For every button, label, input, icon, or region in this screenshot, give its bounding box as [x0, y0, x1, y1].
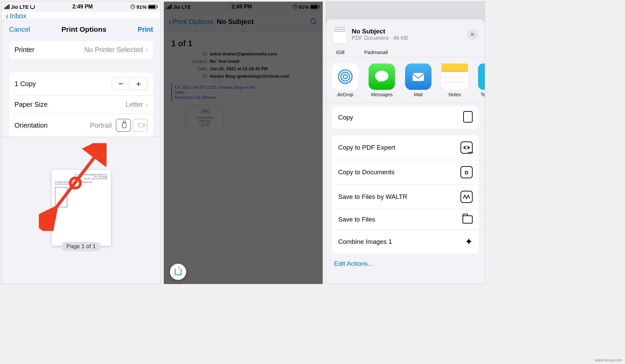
paper-size-row[interactable]: Paper Size Letter ›: [9, 96, 153, 113]
person-icon: [122, 123, 126, 128]
action-waltr[interactable]: Save to Files by WALTR: [332, 184, 479, 209]
print-options-modal: Cancel Print Options Print Printer No Pr…: [2, 19, 160, 284]
modal-header: Cancel Print Options Print: [2, 19, 160, 41]
source-watermark: www.deuaq.com: [595, 358, 622, 362]
action-label: Save to Files: [338, 216, 375, 223]
portrait-button[interactable]: ↑: [116, 119, 131, 132]
svg-point-13: [465, 146, 468, 149]
documents-app-icon: D: [460, 166, 473, 178]
action-label: Copy to PDF Expert: [338, 144, 395, 151]
copies-label: 1 Copy: [15, 80, 36, 88]
cancel-button[interactable]: Cancel: [9, 26, 30, 33]
action-save-files[interactable]: Save to Files: [332, 209, 479, 230]
quoted-reply: On 2021-06-25 12:10, iGeeks Blog wrote: …: [171, 83, 259, 101]
copy-action[interactable]: Copy: [332, 106, 479, 129]
orientation-segmented[interactable]: ↑ ↑: [116, 119, 148, 132]
printer-card[interactable]: Printer No Printer Selected ›: [9, 41, 153, 59]
network-label: LTE: [20, 4, 29, 10]
mail-nav-peek: ‹ Inbox: [2, 12, 160, 19]
share-notes[interactable]: Notes: [442, 63, 468, 97]
app-icon: [478, 63, 485, 90]
action-label: Combine Images 1: [338, 238, 392, 245]
orientation-value: Portrait: [90, 122, 112, 129]
attachment-box: .scr Forwarding-PDF.scr 22 KB: [186, 105, 224, 131]
action-combine-images[interactable]: Combine Images 1 ✦: [332, 230, 479, 253]
chevron-left-icon: ‹: [169, 18, 171, 26]
folder-icon: [462, 215, 473, 224]
email-headers: To:ankur.thakur@igeeksmedia.com Subject:…: [171, 50, 315, 80]
rotation-lock-icon: [293, 4, 297, 9]
clock-time: 2:49 PM: [231, 4, 252, 10]
battery-icon: [148, 5, 158, 9]
pdf-page-content[interactable]: 1 of 1 To:ankur.thakur@igeeksmedia.com S…: [164, 31, 323, 284]
page-counter: 1 of 1: [171, 39, 315, 48]
svg-rect-8: [412, 73, 424, 81]
orientation-row: Orientation Portrait ↑ ↑: [9, 114, 153, 137]
screen-share-sheet: Jio LTE 2:49 PM 91% No Subject PDF Docum…: [326, 1, 485, 284]
print-preview[interactable]: To: ankur.thakur@igeeksmedia.com Re: Tes…: [2, 137, 160, 284]
battery-percent: 91%: [136, 4, 147, 10]
chevron-right-icon: ›: [146, 46, 148, 53]
share-mail[interactable]: Mail: [405, 63, 431, 97]
contact-item[interactable]: iGB: [336, 49, 345, 55]
status-bar: Jio LTE 2:49 PM 91%: [2, 2, 160, 12]
svg-point-4: [343, 75, 347, 79]
contact-item[interactable]: Padmasali: [364, 49, 388, 55]
plus-button[interactable]: ＋: [130, 78, 147, 90]
minus-button[interactable]: −: [112, 78, 130, 90]
share-button[interactable]: ↑: [170, 264, 186, 280]
search-icon[interactable]: [310, 18, 318, 26]
print-settings-card: 1 Copy − ＋ Paper Size Letter › Orientati…: [9, 72, 153, 137]
share-airdrop[interactable]: AirDrop: [332, 63, 358, 97]
paper-size-value: Letter: [126, 101, 143, 108]
airdrop-icon: [332, 63, 358, 90]
printer-label: Printer: [15, 46, 34, 54]
modal-title: Print Options: [61, 25, 106, 33]
messages-icon: [369, 63, 395, 90]
network-label: LTE: [182, 4, 191, 10]
edit-actions-link[interactable]: Edit Actions...: [326, 257, 485, 274]
document-thumbnail-icon: [333, 25, 347, 44]
chevron-right-icon: ›: [146, 101, 148, 108]
printer-row: Printer No Printer Selected ›: [9, 41, 153, 59]
pinch-zoom-annotation-icon: [39, 143, 106, 231]
actions-card: Copy to PDF Expert PDF Copy to Documents…: [332, 135, 479, 253]
share-messages[interactable]: Messages: [369, 63, 395, 97]
svg-point-5: [341, 72, 350, 81]
copy-icon: [465, 112, 473, 123]
quicklook-title: No Subject: [217, 18, 254, 26]
page-count-badge: Page 1 of 1: [62, 242, 101, 251]
svg-rect-10: [442, 71, 468, 72]
quicklook-nav: ‹ Print Options No Subject: [164, 12, 323, 31]
sheet-header: No Subject PDF Document · 46 KB ✕: [326, 20, 485, 49]
orientation-label: Orientation: [15, 122, 48, 129]
close-button[interactable]: ✕: [467, 29, 478, 40]
share-icon: ↑: [175, 268, 181, 275]
puzzle-icon: ✦: [465, 236, 473, 247]
copies-row: 1 Copy − ＋: [9, 72, 153, 95]
document-title: No Subject: [352, 28, 408, 35]
contact-suggestions[interactable]: iGB Padmasali: [326, 49, 485, 57]
carrier-label: Jio: [11, 4, 18, 10]
action-label: Copy to Documents: [338, 168, 395, 176]
share-more[interactable]: Te: [478, 63, 485, 97]
screen-pdf-quicklook: Jio LTE 2:49 PM 91% ‹ Print Options No S…: [164, 1, 323, 284]
copy-action-card: Copy: [332, 106, 479, 129]
svg-point-7: [375, 71, 389, 81]
share-targets-row[interactable]: AirDrop Messages Mail Notes: [326, 57, 485, 103]
battery-percent: 91%: [299, 4, 309, 10]
copies-stepper[interactable]: − ＋: [112, 77, 148, 90]
notes-icon: [442, 63, 468, 90]
waltr-icon: [460, 191, 473, 203]
pdf-expert-icon: PDF: [460, 141, 473, 154]
back-print-options[interactable]: ‹ Print Options: [169, 18, 213, 26]
action-pdf-expert[interactable]: Copy to PDF Expert PDF: [332, 135, 479, 160]
action-label: Copy: [338, 114, 353, 121]
print-button[interactable]: Print: [138, 26, 153, 33]
document-subtitle: PDF Document · 46 KB: [352, 35, 408, 41]
person-icon: [139, 123, 144, 127]
back-inbox-link[interactable]: Inbox: [10, 12, 26, 20]
landscape-button[interactable]: ↑: [133, 119, 148, 132]
action-documents[interactable]: Copy to Documents D: [332, 160, 479, 184]
rotation-lock-icon: [130, 4, 135, 9]
